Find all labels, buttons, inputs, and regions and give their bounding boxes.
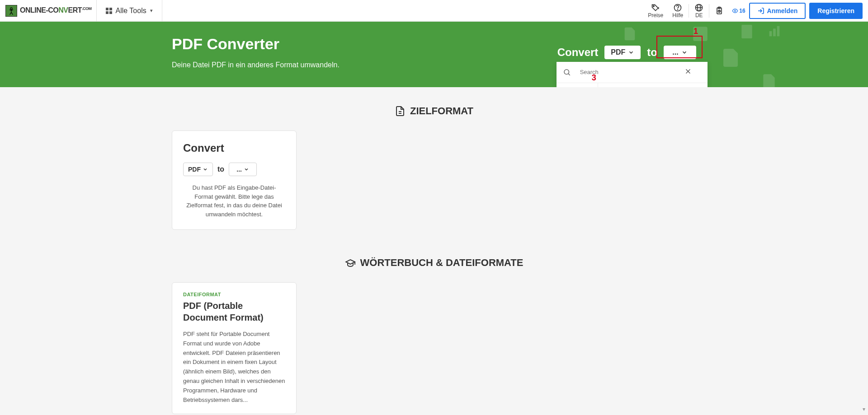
dictionary-heading: WÖRTERBUCH & DATEIFORMATE [172,257,696,269]
cat-archiv[interactable]: Archiv [557,83,598,88]
hero: PDF Converter Deine Datei PDF in ein and… [0,22,868,87]
language-selector[interactable]: DE [690,0,708,21]
dropdown-search-row [557,62,708,83]
annotation-number-1: 1 [693,27,698,36]
convert-label: Convert [557,46,599,59]
card-to-select[interactable]: ... [229,163,257,176]
svg-line-4 [10,12,11,14]
clipboard-link[interactable] [710,0,728,21]
svg-line-5 [11,12,13,14]
card-to-label: to [217,165,224,173]
chevron-down-icon [628,49,634,56]
svg-rect-22 [773,28,776,36]
convert-card: Convert PDF to ... Du hast PDF als Einga… [172,131,297,230]
card-title: Convert [183,142,285,154]
document-icon [395,106,406,117]
tag-icon [651,3,660,12]
search-icon [563,68,571,76]
svg-point-24 [564,70,569,75]
logo-text: ONLINE-CONVERT.COM [20,6,92,14]
login-icon [757,7,764,14]
dict-label: DATEIFORMAT [183,292,285,297]
annotation-box-1 [656,36,703,58]
bg-file-icon [622,26,637,42]
format-dropdown: Archiv Audio Dokument eBook Bild Video ›… [557,62,708,88]
svg-rect-23 [777,26,780,37]
help-icon [673,3,682,12]
card-hint: Du hast PDF als Eingabe-Datei-Format gew… [183,183,285,219]
scroll-indicator: ▾ [863,406,865,412]
svg-rect-20 [741,25,752,38]
bg-file-icon-3 [760,73,778,87]
login-button[interactable]: Anmelden [749,3,806,19]
svg-point-17 [735,10,736,12]
dict-title: PDF (Portable Document Format) [183,300,285,323]
register-button[interactable]: Registrieren [809,3,863,19]
close-icon[interactable] [684,67,701,77]
logo[interactable]: ONLINE-CONVERT.COM [5,5,96,17]
page-subtitle: Deine Datei PDF in ein anderes Format um… [172,61,340,69]
chevron-down-icon [244,167,249,172]
graduation-icon [345,257,356,268]
all-tools-dropdown[interactable]: Alle Tools ▾ [96,0,162,21]
globe-icon [694,3,703,12]
dict-body: PDF steht für Portable Document Format u… [183,330,285,405]
svg-point-0 [10,7,12,9]
svg-point-6 [653,5,655,7]
from-format-select[interactable]: PDF [604,46,641,59]
bg-chart-icon [767,23,782,39]
svg-rect-21 [769,31,772,36]
bg-file-icon-2 [738,23,756,41]
chevron-down-icon [203,167,208,172]
svg-line-16 [719,11,720,11]
page-title: PDF Converter [172,35,340,53]
eye-icon [732,8,738,14]
clipboard-icon [715,6,724,15]
pricing-link[interactable]: Preise [643,0,668,21]
grid-icon [106,8,112,14]
chevron-down-icon: ▾ [150,8,153,14]
hero-convert-bar: Convert PDF to ... 1 [557,46,696,59]
all-tools-label: Alle Tools [116,7,146,15]
target-format-heading: ZIELFORMAT [172,105,696,117]
bg-pdf-icon [720,47,741,69]
svg-point-8 [678,9,678,9]
help-link[interactable]: Hilfe [668,0,688,21]
view-count: 16 [728,8,749,14]
header: ONLINE-CONVERT.COM Alle Tools ▾ Preise H… [0,0,868,22]
logo-icon [5,5,17,17]
dictionary-card: DATEIFORMAT PDF (Portable Document Forma… [172,282,297,414]
annotation-number-3: 3 [592,73,596,83]
format-list: 3GP AVI FLV MKV MOV MP4 MPG OGV WEBM WMV… [598,83,708,88]
to-label: to [647,46,657,59]
category-list: Archiv Audio Dokument eBook Bild Video ›… [557,83,598,88]
svg-line-25 [568,74,570,75]
card-from-select[interactable]: PDF [183,163,213,176]
